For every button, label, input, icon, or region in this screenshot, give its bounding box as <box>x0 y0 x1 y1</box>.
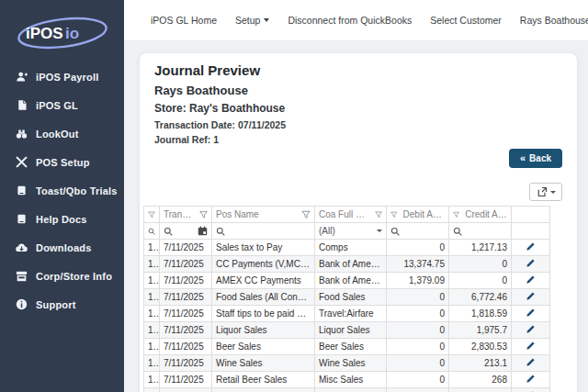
cell-pos-name: Sales tax to Pay <box>212 240 315 256</box>
filter-cell-coa-select[interactable]: (All) <box>315 223 387 240</box>
filter-cell-pos-name[interactable] <box>212 223 315 240</box>
cell-pos-name: Liquor Sales <box>212 322 315 339</box>
back-button[interactable]: « Back <box>509 149 562 168</box>
column-header-coa-full-name[interactable]: Coa Full Name <box>315 207 387 223</box>
table-row: 1... 7/11/2025 NA Bev Sales Food Sales 0… <box>144 388 550 392</box>
nav-item-select-customer[interactable]: Select Customer <box>430 15 502 26</box>
nav-item-ipos-gl-home[interactable]: iPOS GL Home <box>151 15 217 26</box>
store-icon <box>16 270 28 282</box>
file-icon <box>16 99 28 111</box>
column-header-row-filter[interactable] <box>144 207 160 223</box>
page-title: Journal Preview <box>154 62 562 78</box>
filter-cell-credit[interactable] <box>449 223 512 240</box>
cell-date: 7/11/2025 <box>160 322 212 339</box>
cell-id: 1... <box>144 339 160 355</box>
export-icon <box>537 186 548 197</box>
cell-pos-name: Staff tips to be paid on paych... <box>212 306 315 322</box>
cell-pos-name: Retail Beer Sales <box>212 372 315 388</box>
table-row: 1... 7/11/2025 Sales tax to Pay Comps 0 … <box>144 240 550 256</box>
search-icon <box>148 227 155 236</box>
nav-item-setup[interactable]: Setup <box>235 15 269 26</box>
cell-debit: 0 <box>387 355 449 372</box>
sidebar-item-downloads[interactable]: Downloads <box>0 233 124 262</box>
cell-pos-name: CC Payments (V,MC,D) <box>212 256 315 273</box>
cell-debit: 13,374.75 <box>387 256 449 273</box>
tools-icon <box>16 156 28 168</box>
cell-date: 7/11/2025 <box>160 355 212 372</box>
search-icon <box>453 227 462 236</box>
edit-row-button[interactable] <box>512 388 550 392</box>
cell-debit: 0 <box>387 339 449 355</box>
sidebar: iPOS io iPOS Payroll iPOS GL <box>0 0 124 392</box>
filter-funnel-icon <box>301 210 311 219</box>
cell-id: 1... <box>144 355 160 372</box>
sidebar-item-support[interactable]: Support <box>0 290 124 319</box>
sidebar-nav: iPOS Payroll iPOS GL LookOut POS Setup <box>0 53 124 319</box>
filter-cell-debit[interactable] <box>387 223 449 240</box>
filter-funnel-icon <box>453 210 459 219</box>
sidebar-item-label: Support <box>36 299 76 310</box>
edit-row-button[interactable] <box>512 273 550 289</box>
column-header-pos-name[interactable]: Pos Name <box>212 207 315 223</box>
store-line: Store: Ray's Boathhouse <box>154 102 562 115</box>
filter-funnel-icon <box>375 210 382 219</box>
sidebar-item-label: Help Docs <box>36 214 87 225</box>
tablet-icon <box>16 185 28 196</box>
filter-cell-edit <box>512 223 550 240</box>
journal-ref-line: Journal Ref: 1 <box>154 134 562 145</box>
coa-filter-value: (All) <box>319 226 335 236</box>
cell-credit: 1,217.13 <box>449 240 512 256</box>
filter-funnel-icon <box>390 210 398 219</box>
edit-row-button[interactable] <box>512 339 550 355</box>
nav-item-disconnect-quickbooks[interactable]: Disconnect from QuickBooks <box>288 15 412 26</box>
sidebar-item-label: Toast/Qbo Trials <box>36 185 118 196</box>
cell-coa: Beer Sales <box>315 339 387 355</box>
edit-row-button[interactable] <box>512 306 550 322</box>
sidebar-item-ipos-payroll[interactable]: iPOS Payroll <box>0 62 124 91</box>
sidebar-item-label: Corp/Store Info <box>36 271 112 282</box>
sidebar-item-toast-qbo-trials[interactable]: Toast/Qbo Trials <box>0 176 124 205</box>
filter-funnel-icon <box>148 210 155 219</box>
top-nav-links: iPOS GL Home Setup Disconnect from Quick… <box>151 15 588 26</box>
cell-credit: 1,818.59 <box>449 306 512 322</box>
cell-date: 7/11/2025 <box>160 339 212 355</box>
filter-funnel-icon <box>199 210 208 219</box>
column-header-trans-date[interactable]: Trans ... <box>160 207 212 223</box>
pencil-icon <box>526 291 536 301</box>
cell-id: 1... <box>144 240 160 256</box>
sidebar-item-pos-setup[interactable]: POS Setup <box>0 148 124 176</box>
edit-row-button[interactable] <box>512 322 550 339</box>
edit-row-button[interactable] <box>512 256 550 273</box>
nav-item-rays-boathouse[interactable]: Rays Boathouse <box>520 15 588 26</box>
table-row: 1... 7/11/2025 Retail Beer Sales Misc Sa… <box>144 372 550 388</box>
edit-row-button[interactable] <box>512 289 550 306</box>
filter-cell-row[interactable] <box>144 223 160 240</box>
filter-cell-trans-date[interactable] <box>160 223 212 240</box>
sidebar-item-label: POS Setup <box>36 157 90 168</box>
cell-date: 7/11/2025 <box>160 388 212 392</box>
cell-coa: Food Sales <box>315 388 387 392</box>
sidebar-item-corp-store-info[interactable]: Corp/Store Info <box>0 262 124 290</box>
table-row: 1... 7/11/2025 Staff tips to be paid on … <box>144 306 550 322</box>
edit-row-button[interactable] <box>512 240 550 256</box>
edit-row-button[interactable] <box>512 372 550 388</box>
column-header-debit-amount[interactable]: Debit Amount <box>387 207 449 223</box>
cell-coa: Bank of America Ch... <box>315 256 387 273</box>
edit-row-button[interactable] <box>512 355 550 372</box>
cell-pos-name: Beer Sales <box>212 339 315 355</box>
sidebar-item-help-docs[interactable]: Help Docs <box>0 205 124 233</box>
nav-item-label: iPOS GL Home <box>151 15 217 26</box>
nav-item-label: Disconnect from QuickBooks <box>288 15 412 26</box>
export-button[interactable] <box>529 183 562 201</box>
column-header-credit-amount[interactable]: Credit Amount <box>449 207 512 223</box>
pencil-icon <box>526 308 536 318</box>
cell-credit: 173.05 <box>449 388 512 392</box>
ipos-logo[interactable]: iPOS io <box>0 0 124 53</box>
sidebar-item-lookout[interactable]: LookOut <box>0 119 124 148</box>
cell-pos-name: AMEX CC Payments <box>212 273 315 289</box>
cell-debit: 0 <box>387 289 449 306</box>
column-label: Credit Amount <box>465 209 507 219</box>
cell-debit: 0 <box>387 306 449 322</box>
search-icon <box>216 227 225 236</box>
sidebar-item-ipos-gl[interactable]: iPOS GL <box>0 91 124 119</box>
